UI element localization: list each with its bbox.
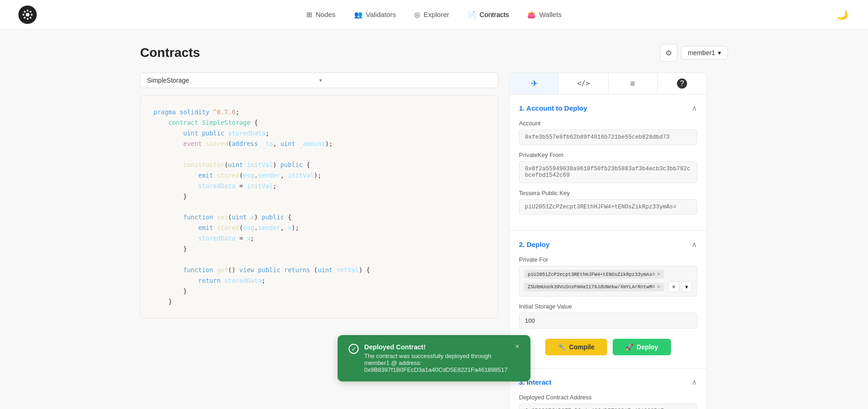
page-header: Contracts ⚙ member1 ▾ [140,44,728,62]
nav-contracts[interactable]: 📄 Contracts [468,9,509,21]
tessera-key-value: piU2051ZcP2ecpt3REthHJFW4+tENOsZikRpz33y… [519,199,697,215]
contract-selector[interactable]: SimpleStorage ▾ [140,73,498,88]
section-account-toggle: ∧ [692,104,697,112]
section-interact-toggle: ∧ [692,378,697,387]
right-panel: ✈ </> ≡ ? 1. Account to Deploy ∧ Accou [509,73,707,409]
nodes-icon: ⊞ [306,11,312,19]
section-account-header[interactable]: 1. Account to Deploy ∧ [519,104,697,112]
deploy-tab-icon: ✈ [531,78,538,89]
validators-icon: 👥 [354,11,363,19]
compile-button[interactable]: 🔧 Compile [545,339,607,355]
tag-2-remove[interactable]: × [657,284,660,290]
contract-selector-value: SimpleStorage [147,77,319,84]
wallets-icon: 👛 [527,11,536,19]
nav-links: ⊞ Nodes 👥 Validators ◎ Explorer 📄 Contra… [306,9,562,21]
tag-2: ZSU8mUuok39VuSnsFmHaI178JdUNekw/XmYLArRn… [524,283,664,291]
dark-mode-toggle[interactable]: 🌙 [835,7,850,22]
filter-icon: ⚙ [665,49,672,57]
action-buttons: 🔧 Compile 🚀 Deploy [519,339,697,355]
compile-icon: 🔧 [558,343,566,351]
initial-storage-label: Initial Storage Value [519,303,697,310]
private-for-label: Private For [519,256,697,263]
tags-clear-button[interactable]: × [668,281,679,292]
section-deploy-toggle: ∧ [692,240,697,249]
compile-label: Compile [569,343,594,351]
tab-code[interactable]: </> [559,73,608,94]
help-tab-icon: ? [677,78,687,89]
section-interact: 3. Interact ∧ Deployed Contract Address … [509,369,707,409]
explorer-icon: ◎ [414,11,420,19]
account-label: Account [519,120,697,127]
list-tab-icon: ≡ [630,79,635,89]
svg-point-8 [24,17,26,18]
deployed-address-input[interactable] [519,403,697,409]
nav-explorer-label: Explorer [423,11,449,18]
nav-nodes-label: Nodes [316,11,335,18]
tab-help[interactable]: ? [658,73,706,94]
page-title: Contracts [140,45,200,60]
app-logo[interactable] [18,6,37,24]
toast-title: Deployed Contract! [364,343,510,351]
nav-contracts-label: Contracts [479,11,509,18]
private-key-value: 0x8f2a55949038a9610f50fb23b5883af3b4ecb3… [519,161,697,183]
code-tab-icon: </> [577,79,590,88]
nav-validators[interactable]: 👥 Validators [354,9,396,21]
toast-icon: ✓ [349,344,359,354]
tag-1-value: piU2051ZcP2ecpt3REthHJFW4+tENOsZikRpz33y… [528,272,655,277]
section-interact-header[interactable]: 3. Interact ∧ [519,378,697,387]
tag-1: piU2051ZcP2ecpt3REthHJFW4+tENOsZikRpz33y… [524,270,664,279]
deployed-address-label: Deployed Contract Address [519,394,697,401]
toast-notification: ✓ Deployed Contract! The contract was su… [338,335,530,381]
section-deploy-header[interactable]: 2. Deploy ∧ [519,240,697,249]
deploy-icon: 🚀 [626,343,633,351]
svg-point-1 [27,10,28,11]
code-editor[interactable]: pragma solidity ^0.7.6; contract SimpleS… [140,95,498,319]
toast-close-button[interactable]: × [515,342,519,351]
svg-point-2 [27,18,28,20]
initial-storage-input[interactable] [519,313,697,329]
deploy-label: Deploy [637,343,658,351]
tag-1-remove[interactable]: × [657,271,660,277]
contracts-icon: 📄 [468,11,476,19]
navbar-right: 🌙 [835,7,850,22]
filter-button[interactable]: ⚙ [660,44,677,62]
section-deploy-title: 2. Deploy [519,241,550,248]
tab-deploy[interactable]: ✈ [510,73,559,94]
toast-content: Deployed Contract! The contract was succ… [364,343,510,373]
toast-body: The contract was successfully deployed t… [364,353,510,373]
svg-point-0 [26,13,29,17]
svg-point-7 [29,11,31,12]
navbar: ⊞ Nodes 👥 Validators ◎ Explorer 📄 Contra… [0,0,868,29]
tag-2-value: ZSU8mUuok39VuSnsFmHaI178JdUNekw/XmYLArRn… [528,284,655,290]
svg-point-6 [29,17,31,18]
svg-point-4 [31,14,33,16]
tags-expand-button[interactable]: ▾ [681,281,692,292]
nav-explorer[interactable]: ◎ Explorer [414,9,449,21]
svg-point-3 [23,14,24,16]
tab-list[interactable]: ≡ [609,73,658,94]
nav-wallets-label: Wallets [539,11,562,18]
tab-row: ✈ </> ≡ ? [509,73,707,95]
tessera-key-label: Tessera Public Key [519,190,697,196]
section-account-title: 1. Account to Deploy [519,104,587,112]
section-deploy: 2. Deploy ∧ Private For piU2051ZcP2ecpt3… [509,231,707,369]
deploy-button[interactable]: 🚀 Deploy [613,339,671,355]
section-account: 1. Account to Deploy ∧ Account 0xfe3b557… [509,95,707,231]
nav-wallets[interactable]: 👛 Wallets [527,9,562,21]
member-label: member1 [688,49,715,56]
contract-selector-chevron: ▾ [319,77,491,84]
tags-input[interactable]: piU2051ZcP2ecpt3REthHJFW4+tENOsZikRpz33y… [519,266,697,297]
nav-validators-label: Validators [366,11,396,18]
svg-point-5 [24,11,26,12]
account-value: 0xfe3b557e8fb62b89f4916b721be55ceb828dbd… [519,129,697,145]
private-key-label: PrivateKey From [519,151,697,158]
tags-actions: × ▾ [668,281,692,292]
nav-nodes[interactable]: ⊞ Nodes [306,9,335,21]
member-selector: ⚙ member1 ▾ [660,44,728,62]
chevron-down-icon: ▾ [718,49,721,56]
member-dropdown[interactable]: member1 ▾ [681,46,728,60]
